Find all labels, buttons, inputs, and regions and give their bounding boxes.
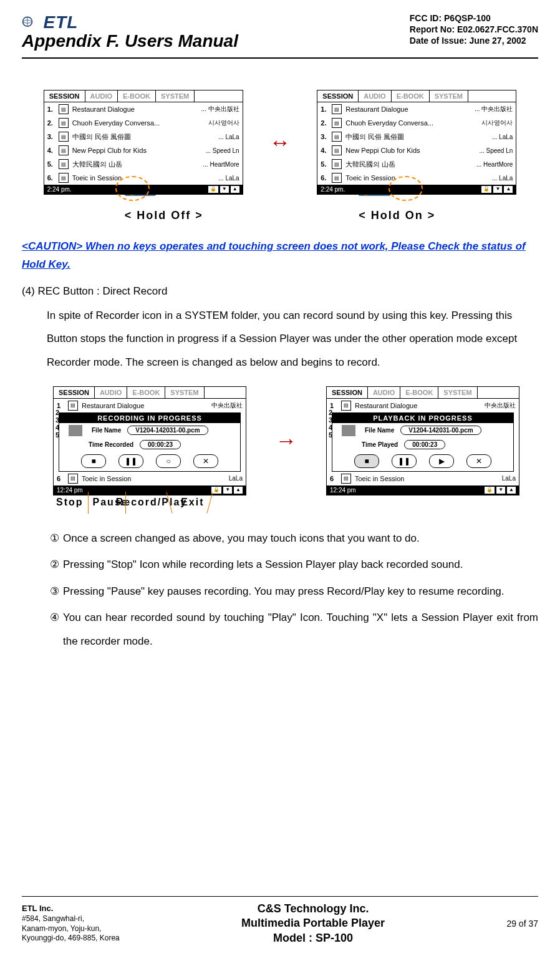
exit-button[interactable]: ✕ xyxy=(466,454,491,468)
list-item[interactable]: 3.▤中國의 民俗 風俗圖... LaLa xyxy=(44,130,243,144)
list-item[interactable]: 5.▤大韓民國의 山岳... HeartMore xyxy=(44,157,243,171)
footer-company: ETL Inc. xyxy=(22,904,120,914)
stop-label: Stop xyxy=(56,497,84,508)
playback-controls: ■ ❚❚ ▶ ✕ xyxy=(332,451,513,471)
tab-row: SESSION AUDIO E-BOOK SYSTEM xyxy=(44,90,243,102)
lock-icon: 🔒 xyxy=(485,487,495,494)
tab-audio[interactable]: AUDIO xyxy=(95,387,127,398)
footer-addr3: Kyounggi-do, 469-885, Korea xyxy=(22,934,120,944)
instruction-text: You can hear recorded sound by touching … xyxy=(63,606,538,653)
footer-center2: Multimedia Portable Player xyxy=(241,916,385,930)
recorder-icon xyxy=(342,425,355,436)
pause-button[interactable]: ❚❚ xyxy=(392,454,417,468)
tab-system[interactable]: SYSTEM xyxy=(165,387,204,398)
tab-session[interactable]: SESSION xyxy=(327,387,368,398)
page-footer: ETL Inc. #584, Sangwhal-ri, Kanam-myon, … xyxy=(22,896,538,945)
playback-popup: 2345 PLAYBACK IN PROGRESS File Name V120… xyxy=(332,412,514,472)
scroll-up-icon[interactable]: ▲ xyxy=(504,186,513,193)
file-icon: ▤ xyxy=(332,145,342,155)
file-name-label: File Name xyxy=(92,427,121,434)
footer-addr2: Kanam-myon, Yoju-kun, xyxy=(22,924,120,934)
recording-screen: SESSION AUDIO E-BOOK SYSTEM 1▤Restaurant… xyxy=(53,386,246,495)
file-name-row: File Name V1204-142031-00.pcm xyxy=(59,423,240,438)
tab-row: SESSION AUDIO E-BOOK SYSTEM xyxy=(54,387,246,399)
pause-button[interactable]: ❚❚ xyxy=(118,454,143,468)
tab-audio[interactable]: AUDIO xyxy=(368,387,400,398)
instruction-text: Pressing "Pause" key pauses recording. Y… xyxy=(63,580,538,603)
list-item[interactable]: 2.▤Chuoh Everyday Conversa...시사영어사 xyxy=(317,116,516,130)
recorder-icon xyxy=(69,425,82,436)
scroll-down-icon[interactable]: ▼ xyxy=(496,487,505,494)
tab-session[interactable]: SESSION xyxy=(317,90,359,102)
time-recorded-label: Time Recorded xyxy=(89,441,133,448)
tab-ebook[interactable]: E-BOOK xyxy=(127,387,165,398)
section-body: In spite of Recorder icon in a SYSTEM fo… xyxy=(47,304,538,374)
file-icon: ▤ xyxy=(59,132,69,142)
tab-ebook[interactable]: E-BOOK xyxy=(400,387,438,398)
time-value: 00:00:23 xyxy=(404,440,445,449)
file-icon: ▤ xyxy=(341,474,351,484)
bidirectional-arrow: ↔ xyxy=(261,130,299,155)
recording-screens-row: SESSION AUDIO E-BOOK SYSTEM 1▤Restaurant… xyxy=(53,386,519,495)
file-name-value: V1204-142031-00.pcm xyxy=(400,426,481,435)
file-name-value: V1204-142031-00.pcm xyxy=(127,426,208,435)
stop-button[interactable]: ■ xyxy=(354,454,379,468)
footer-center3: Model : SP-100 xyxy=(241,931,385,945)
tab-system[interactable]: SYSTEM xyxy=(438,387,477,398)
file-icon: ▤ xyxy=(341,401,351,411)
file-icon: ▤ xyxy=(68,474,78,484)
scroll-up-icon[interactable]: ▲ xyxy=(507,487,516,494)
tab-ebook[interactable]: E-BOOK xyxy=(392,90,430,102)
scroll-up-icon[interactable]: ▲ xyxy=(231,186,239,193)
exit-button[interactable]: ✕ xyxy=(193,454,218,468)
list-item[interactable]: 2.▤Chuoh Everyday Conversa...시사영어사 xyxy=(44,116,243,130)
time-played-label: Time Played xyxy=(362,441,398,448)
list-item[interactable]: 4.▤New Peppi Club for Kids... Speed Ln xyxy=(44,144,243,157)
tab-audio[interactable]: AUDIO xyxy=(85,90,118,102)
list-item: 6▤Toeic in SessionLaLa xyxy=(327,472,519,485)
stop-button[interactable]: ■ xyxy=(81,454,106,468)
tab-session[interactable]: SESSION xyxy=(54,387,95,398)
recorder-controls: ■ ❚❚ ○ ✕ xyxy=(59,451,240,471)
tab-session[interactable]: SESSION xyxy=(44,90,85,102)
time-row: Time Played 00:00:23 xyxy=(332,438,513,451)
tab-ebook[interactable]: E-BOOK xyxy=(118,90,156,102)
list-item[interactable]: 4.▤New Peppi Club for Kids... Speed Ln xyxy=(317,144,516,157)
file-icon: ▤ xyxy=(332,159,342,169)
scroll-up-icon[interactable]: ▲ xyxy=(234,487,243,494)
list-item[interactable]: 1.▤Restaurant Dialogue... 中央出版社 xyxy=(44,102,243,116)
file-icon: ▤ xyxy=(59,104,69,114)
scroll-down-icon[interactable]: ▼ xyxy=(220,186,229,193)
arrow-icon: ↔ xyxy=(269,130,291,154)
tab-audio[interactable]: AUDIO xyxy=(359,90,391,102)
hold-off-label: < Hold Off > xyxy=(125,209,203,222)
instruction-item: ④ You can hear recorded sound by touchin… xyxy=(50,606,538,653)
list-item[interactable]: 5.▤大韓民國의 山岳... HeartMore xyxy=(317,157,516,171)
scroll-down-icon[interactable]: ▼ xyxy=(223,487,232,494)
report-no: Report No: E02.0627.FCC.370N xyxy=(410,24,538,35)
scroll-down-icon[interactable]: ▼ xyxy=(493,186,502,193)
record-button[interactable]: ○ xyxy=(156,454,181,468)
hold-screens-row: SESSION AUDIO E-BOOK SYSTEM 1.▤Restauran… xyxy=(22,90,538,195)
instruction-item: ③ Pressing "Pause" key pauses recording.… xyxy=(50,580,538,603)
file-icon: ▤ xyxy=(59,118,69,128)
status-time: 2:24 pm. xyxy=(47,186,72,193)
logo-text: ETL xyxy=(43,12,78,32)
playback-banner: PLAYBACK IN PROGRESS xyxy=(332,413,513,423)
page-number: 29 of 37 xyxy=(506,919,538,929)
circled-2-icon: ② xyxy=(50,553,59,576)
tab-system[interactable]: SYSTEM xyxy=(430,90,468,102)
list-item[interactable]: 1.▤Restaurant Dialogue... 中央出版社 xyxy=(317,102,516,116)
recorder-popup: 2345 RECORDING IN PROGRESS File Name V12… xyxy=(59,412,241,472)
header-rule xyxy=(22,57,538,59)
hold-labels-row: 🔒 HOLD < Hold Off > 🔒 HOLD < Hold On > xyxy=(22,198,538,222)
lock-icon: 🔒 xyxy=(208,186,218,193)
appendix-title: Appendix F. Users Manual xyxy=(22,31,238,51)
footer-address: ETL Inc. #584, Sangwhal-ri, Kanam-myon, … xyxy=(22,904,120,944)
hold-off-group: 🔒 HOLD < Hold Off > xyxy=(125,198,203,222)
page-header: ETL Appendix F. Users Manual FCC ID: P6Q… xyxy=(22,12,538,51)
tab-system[interactable]: SYSTEM xyxy=(156,90,195,102)
hold-off-screen: SESSION AUDIO E-BOOK SYSTEM 1.▤Restauran… xyxy=(44,90,243,195)
list-item[interactable]: 3.▤中國의 民俗 風俗圖... LaLa xyxy=(317,130,516,144)
play-button[interactable]: ▶ xyxy=(429,454,454,468)
